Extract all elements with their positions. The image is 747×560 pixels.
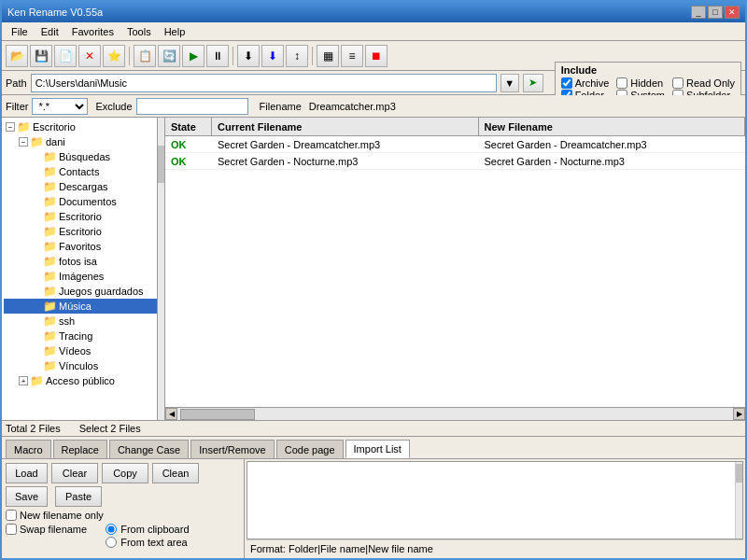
swap-filename-checkbox-wrapper: Swap filename — [6, 524, 87, 535]
folder-icon: 📁 — [43, 359, 57, 372]
close-button[interactable]: ✕ — [725, 6, 740, 19]
tree-item[interactable]: −📁Escritorio — [4, 119, 162, 134]
readonly-checkbox[interactable] — [672, 77, 684, 89]
expand-button[interactable]: − — [6, 122, 15, 132]
tree-item[interactable]: +📁Acceso público — [4, 373, 162, 388]
tree-item[interactable]: 📁Escritorio — [4, 209, 162, 224]
include-readonly: Read Only — [672, 77, 735, 89]
toolbar-separator-1 — [129, 47, 130, 65]
tree-item[interactable]: −📁dani — [4, 134, 162, 149]
tree-item[interactable]: 📁Descargas — [4, 179, 162, 194]
import-scrollbar-thumb[interactable] — [736, 464, 743, 483]
tool-new[interactable]: 📄 — [54, 45, 77, 67]
scrollbar-thumb-h[interactable] — [180, 409, 255, 420]
tree-item[interactable]: 📁Contacts — [4, 164, 162, 179]
maximize-button[interactable]: □ — [708, 6, 723, 19]
tool-copy[interactable]: 📋 — [134, 45, 156, 67]
tool-grid[interactable]: ▦ — [317, 45, 339, 67]
tree-item[interactable]: 📁Juegos guardados — [4, 284, 162, 299]
expand-button[interactable]: + — [19, 376, 28, 385]
tool-down1[interactable]: ⬇ — [237, 45, 260, 67]
menu-favorites[interactable]: Favorites — [66, 25, 120, 38]
load-button[interactable]: Load — [6, 463, 48, 483]
tree-item[interactable]: 📁ssh — [4, 314, 162, 329]
paste-button[interactable]: Paste — [55, 486, 102, 507]
folder-icon: 📁 — [43, 150, 57, 163]
tree-item[interactable]: 📁fotos isa — [4, 254, 162, 269]
col-header-current[interactable]: Current Filename — [212, 118, 479, 135]
radio-textarea[interactable] — [106, 537, 117, 548]
tab-change-case[interactable]: Change Case — [109, 440, 189, 458]
tab-import-list[interactable]: Import List — [345, 440, 410, 458]
include-title: Include — [561, 64, 735, 76]
tool-list[interactable]: ≡ — [341, 45, 363, 67]
path-go-button[interactable]: ➤ — [523, 74, 543, 92]
col-header-state[interactable]: State — [165, 118, 212, 135]
tab-replace[interactable]: Replace — [53, 440, 107, 458]
path-input[interactable] — [31, 74, 497, 92]
tab-code-page[interactable]: Code page — [276, 440, 344, 458]
tree-panel[interactable]: −📁Escritorio−📁dani📁Búsquedas📁Contacts📁De… — [2, 118, 165, 420]
tab-insert-remove[interactable]: Insert/Remove — [190, 440, 275, 458]
tool-star[interactable]: ⭐ — [103, 45, 125, 67]
save-button[interactable]: Save — [6, 486, 48, 507]
tree-item[interactable]: 📁Favoritos — [4, 239, 162, 254]
scrollbar-track[interactable] — [178, 408, 732, 420]
file-list-header: State Current Filename New Filename — [165, 118, 745, 136]
tool-delete[interactable]: ✕ — [78, 45, 101, 67]
tree-item-label: Escritorio — [59, 211, 102, 222]
tree-item[interactable]: 📁Búsquedas — [4, 149, 162, 164]
expand-button[interactable]: − — [19, 137, 28, 147]
new-filename-only-checkbox[interactable] — [6, 510, 17, 521]
minimize-button[interactable]: _ — [691, 6, 706, 19]
archive-checkbox[interactable] — [561, 77, 572, 89]
tab-macro[interactable]: Macro — [6, 440, 51, 458]
tool-sort[interactable]: ↕ — [286, 45, 308, 67]
col-header-new[interactable]: New Filename — [479, 118, 746, 135]
tree-item[interactable]: 📁Vídeos — [4, 343, 162, 358]
copy-button[interactable]: Copy — [102, 463, 148, 483]
file-state-1: OK — [165, 138, 212, 151]
exclude-input[interactable] — [136, 98, 248, 115]
menu-file[interactable]: File — [6, 25, 34, 38]
import-text-area[interactable] — [247, 461, 743, 539]
tool-play[interactable]: ▶ — [182, 45, 204, 67]
clean-button[interactable]: Clean — [152, 463, 199, 483]
tool-open[interactable]: 📂 — [6, 45, 28, 67]
swap-filename-wrapper: Swap filename — [6, 524, 87, 535]
folder-icon: 📁 — [43, 315, 57, 328]
tree-item[interactable]: 📁Escritorio — [4, 224, 162, 239]
file-list-scrollbar-h[interactable]: ◀ ▶ — [165, 407, 745, 420]
swap-filename-checkbox[interactable] — [6, 524, 17, 535]
tool-down2[interactable]: ⬇ — [261, 45, 284, 67]
tree-item[interactable]: 📁Imágenes — [4, 269, 162, 284]
menu-edit[interactable]: Edit — [35, 25, 64, 38]
tree-item[interactable]: 📁Tracing — [4, 329, 162, 343]
tree-item[interactable]: 📁Vínculos — [4, 358, 162, 373]
tree-item[interactable]: 📁Música — [4, 299, 162, 314]
import-scrollbar[interactable] — [735, 462, 742, 539]
clear-button[interactable]: Clear — [51, 463, 98, 483]
tool-save[interactable]: 💾 — [30, 45, 52, 67]
file-new-2: Secret Garden - Nocturne.mp3 — [479, 155, 746, 168]
table-row[interactable]: OK Secret Garden - Dreamcatcher.mp3 Secr… — [165, 136, 745, 153]
import-controls: Load Clear Copy Clean Save Paste New fil… — [2, 459, 245, 558]
status-selected: Select 2 Files — [79, 423, 141, 434]
tree-scrollbar[interactable] — [157, 118, 164, 420]
menu-tools[interactable]: Tools — [121, 25, 157, 38]
format-bar: Format: Folder|File name|New file name — [247, 539, 743, 556]
filter-select[interactable]: *.* — [32, 98, 88, 115]
scrollbar-left-arrow[interactable]: ◀ — [165, 408, 177, 420]
tree-scrollbar-thumb[interactable] — [158, 146, 165, 183]
file-new-1: Secret Garden - Dreamcatcher.mp3 — [479, 138, 746, 151]
tool-refresh[interactable]: 🔄 — [158, 45, 180, 67]
path-browse-button[interactable]: ▼ — [500, 74, 519, 92]
tool-stop[interactable]: ⏹ — [365, 45, 388, 67]
table-row[interactable]: OK Secret Garden - Nocturne.mp3 Secret G… — [165, 153, 745, 170]
menu-help[interactable]: Help — [159, 25, 191, 38]
hidden-checkbox[interactable] — [616, 77, 627, 89]
tree-item[interactable]: 📁Documentos — [4, 194, 162, 209]
scrollbar-right-arrow[interactable]: ▶ — [733, 408, 745, 420]
radio-clipboard[interactable] — [106, 524, 117, 535]
tool-pause[interactable]: ⏸ — [206, 45, 229, 67]
